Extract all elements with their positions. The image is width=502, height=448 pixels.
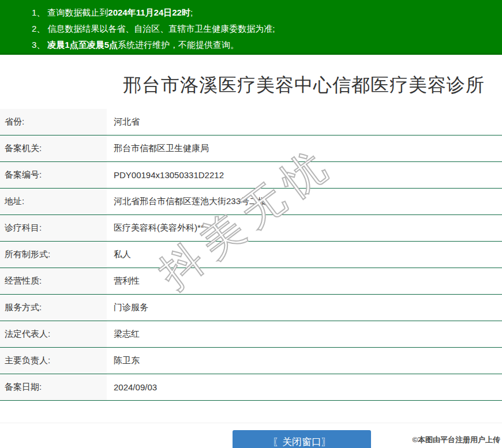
row-label: 服务方式:	[0, 295, 107, 321]
row-label: 备案日期:	[0, 374, 107, 400]
row-value: 河北省	[107, 109, 140, 135]
table-row-address: 地址: 河北省邢台市信都区莲池大街233号二楼	[0, 189, 502, 215]
row-label: 备案机关:	[0, 135, 107, 161]
table-row-filing-authority: 备案机关: 邢台市信都区卫生健康局	[0, 135, 502, 162]
row-label: 地址:	[0, 189, 107, 214]
notice-line-3: 3、凌晨1点至凌晨5点系统进行维护，不能提供查询。	[32, 37, 502, 53]
row-value: 营利性	[107, 268, 140, 294]
notice-number: 2、	[32, 24, 45, 33]
row-value: 2024/09/03	[107, 374, 157, 400]
table-row-service-mode: 服务方式: 门诊服务	[0, 295, 502, 321]
row-label: 经营性质:	[0, 268, 107, 294]
row-label: 诊疗科目:	[0, 215, 107, 241]
row-value: 医疗美容科(美容外科)******	[107, 215, 218, 241]
row-value: 邢台市信都区卫生健康局	[107, 135, 209, 161]
row-label: 法定代表人:	[0, 321, 107, 347]
row-value: 梁志红	[107, 321, 140, 347]
row-value: 门诊服务	[107, 295, 148, 321]
notice-line-1: 1、查询数据截止到2024年11月24日22时;	[32, 5, 502, 21]
row-label: 备案编号:	[0, 162, 107, 188]
copyright-stamp: ©本图由平台注册用户上传	[412, 435, 500, 445]
footer: 〖关闭窗口〗 ©本图由平台注册用户上传	[0, 423, 502, 448]
table-row-filing-number: 备案编号: PDY00194x13050331D2212	[0, 162, 502, 189]
filing-detail-table: 省份: 河北省 备案机关: 邢台市信都区卫生健康局 备案编号: PDY00194…	[0, 109, 502, 401]
table-row-legal-representative: 法定代表人: 梁志红	[0, 321, 502, 348]
row-label: 省份:	[0, 109, 107, 135]
row-value: 陈卫东	[107, 348, 140, 374]
notice-text: 查询数据截止到	[47, 7, 108, 17]
notice-number: 3、	[32, 40, 45, 50]
page-title: 邢台市洛溪医疗美容中心信都医疗美容诊所	[106, 76, 502, 94]
notice-text-bold: 2024年11月24日22时	[108, 7, 190, 17]
table-row-province: 省份: 河北省	[0, 109, 502, 135]
notice-banner: 1、查询数据截止到2024年11月24日22时; 2、信息数据结果以各省、自治区…	[0, 0, 502, 55]
row-label: 主要负责人:	[0, 348, 107, 374]
table-row-principal: 主要负责人: 陈卫东	[0, 348, 502, 374]
row-value: 河北省邢台市信都区莲池大街233号二楼	[107, 189, 267, 214]
row-value: 私人	[107, 242, 131, 268]
notice-line-2: 2、信息数据结果以各省、自治区、直辖市卫生健康委数据为准;	[32, 21, 502, 37]
notice-text: 信息数据结果以各省、自治区、直辖市卫生健康委数据为准;	[47, 24, 275, 33]
table-row-medical-subjects: 诊疗科目: 医疗美容科(美容外科)******	[0, 215, 502, 242]
table-row-filing-date: 备案日期: 2024/09/03	[0, 374, 502, 401]
notice-text: 系统进行维护，不能提供查询。	[118, 40, 239, 50]
row-label: 所有制形式:	[0, 242, 107, 268]
table-row-business-nature: 经营性质: 营利性	[0, 268, 502, 295]
table-row-ownership-form: 所有制形式: 私人	[0, 242, 502, 268]
notice-number: 1、	[32, 7, 45, 17]
close-window-button[interactable]: 〖关闭窗口〗	[233, 430, 371, 448]
row-value: PDY00194x13050331D2212	[107, 162, 224, 188]
notice-text: ;	[190, 7, 193, 17]
notice-text-bold: 凌晨1点至凌晨5点	[47, 40, 118, 50]
